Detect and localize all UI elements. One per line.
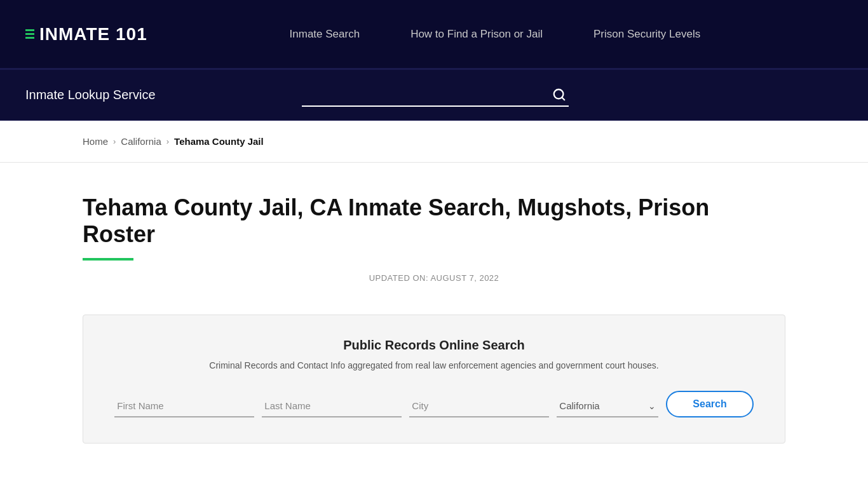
- title-underline: [83, 258, 133, 261]
- search-submit-button[interactable]: [550, 85, 569, 104]
- search-box: Public Records Online Search Criminal Re…: [83, 315, 785, 444]
- city-field: [409, 395, 549, 417]
- last-name-input[interactable]: [262, 395, 402, 417]
- city-input[interactable]: [409, 395, 549, 417]
- search-box-title: Public Records Online Search: [109, 338, 759, 353]
- search-input-wrapper: [302, 84, 569, 107]
- state-select[interactable]: AlabamaAlaskaArizonaArkansasCaliforniaCo…: [557, 395, 658, 416]
- first-name-field: [114, 395, 254, 417]
- breadcrumb: Home › California › Tehama County Jail: [0, 121, 868, 163]
- breadcrumb-separator-1: ›: [113, 137, 116, 146]
- first-name-input[interactable]: [114, 395, 254, 417]
- search-bar-section: Inmate Lookup Service: [0, 70, 868, 121]
- logo-bars-icon: [25, 29, 34, 39]
- updated-text: UPDATED ON: AUGUST 7, 2022: [83, 273, 785, 283]
- state-field: AlabamaAlaskaArizonaArkansasCaliforniaCo…: [557, 395, 658, 417]
- search-bar-title: Inmate Lookup Service: [25, 88, 156, 102]
- page-title: Tehama County Jail, CA Inmate Search, Mu…: [83, 194, 785, 248]
- breadcrumb-separator-2: ›: [166, 137, 169, 146]
- svg-line-1: [562, 97, 564, 100]
- search-icon: [552, 88, 566, 102]
- main-content: Tehama County Jail, CA Inmate Search, Mu…: [0, 163, 868, 475]
- search-form-row: AlabamaAlaskaArizonaArkansasCaliforniaCo…: [109, 391, 759, 417]
- logo-text: INMATE 101: [39, 24, 147, 44]
- logo[interactable]: INMATE 101: [25, 24, 147, 44]
- top-navigation: INMATE 101 Inmate Search How to Find a P…: [0, 0, 868, 70]
- nav-inmate-search[interactable]: Inmate Search: [290, 28, 360, 41]
- nav-how-to-find[interactable]: How to Find a Prison or Jail: [410, 28, 543, 41]
- breadcrumb-current: Tehama County Jail: [174, 136, 264, 147]
- last-name-field: [262, 395, 402, 417]
- nav-links: Inmate Search How to Find a Prison or Ja…: [290, 28, 701, 41]
- breadcrumb-home[interactable]: Home: [83, 136, 108, 147]
- search-input[interactable]: [302, 84, 550, 105]
- breadcrumb-state[interactable]: California: [121, 136, 161, 147]
- search-button[interactable]: Search: [666, 391, 753, 417]
- state-select-wrapper: AlabamaAlaskaArizonaArkansasCaliforniaCo…: [557, 395, 658, 417]
- search-box-subtitle: Criminal Records and Contact Info aggreg…: [109, 360, 759, 370]
- nav-security-levels[interactable]: Prison Security Levels: [593, 28, 700, 41]
